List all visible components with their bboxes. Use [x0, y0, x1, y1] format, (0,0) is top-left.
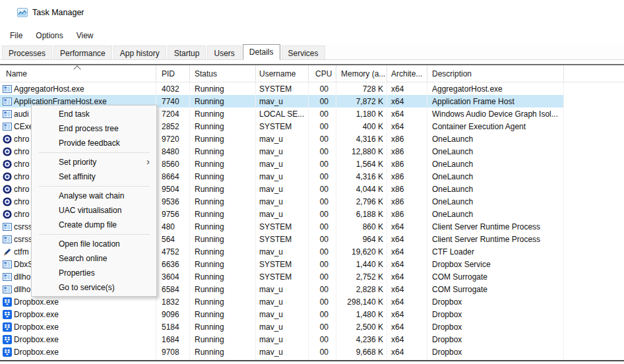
architecture-cell: x64 [387, 245, 427, 258]
process-name: chro [14, 135, 29, 144]
pid-cell: 1684 [156, 333, 190, 346]
status-cell: Running [190, 95, 256, 107]
column-header-memory-a[interactable]: Memory (a... [336, 65, 387, 82]
menubar-item-view[interactable]: View [70, 30, 100, 42]
memory-cell: 6,188 K [336, 208, 387, 220]
pid-cell: 564 [156, 233, 190, 245]
process-row[interactable]: Dropbox.exe9708Runningmav_u009,668 Kx64D… [0, 346, 624, 358]
process-row[interactable]: Dropbox.exe5184Runningmav_u002,500 Kx64D… [0, 320, 624, 333]
memory-cell: 964 K [336, 233, 387, 245]
architecture-cell: x64 [387, 95, 427, 107]
menu-separator [39, 234, 150, 235]
username-cell: mav_u [256, 145, 309, 158]
description-cell: OneLaunch [427, 158, 564, 170]
app-window-icon [3, 97, 12, 106]
column-header-archite[interactable]: Archite... [387, 65, 427, 82]
menu-item-uac-virtualisation[interactable]: UAC virtualisation [32, 203, 156, 218]
tab-startup[interactable]: Startup [168, 46, 206, 59]
menu-item-go-to-service-s[interactable]: Go to service(s) [32, 280, 156, 295]
column-header-blank[interactable] [564, 65, 624, 82]
column-header-cpu[interactable]: CPU [309, 65, 336, 82]
menu-bar: FileOptionsView [3, 30, 100, 42]
username-cell: mav_u [256, 195, 309, 208]
cpu-cell: 00 [309, 170, 336, 183]
description-cell: OneLaunch [427, 195, 564, 208]
memory-cell: 2,828 K [336, 283, 387, 295]
description-cell: Dropbox [427, 333, 564, 346]
description-cell: OneLaunch [427, 183, 564, 195]
blank-cell [564, 145, 624, 158]
description-cell: CTF Loader [427, 245, 564, 258]
menu-item-create-dump-file[interactable]: Create dump file [32, 218, 156, 232]
tab-app-history[interactable]: App history [113, 46, 166, 59]
tab-performance[interactable]: Performance [53, 46, 112, 59]
menubar-item-options[interactable]: Options [29, 30, 69, 42]
tab-users[interactable]: Users [207, 46, 241, 59]
status-cell: Running [190, 270, 256, 283]
menu-item-search-online[interactable]: Search online [32, 251, 156, 266]
pid-cell: 9708 [156, 346, 190, 358]
status-cell: Running [190, 120, 256, 133]
name-cell: Dropbox.exe [0, 333, 156, 346]
column-header-username[interactable]: Username [256, 65, 309, 82]
menu-item-end-task[interactable]: End task [32, 107, 156, 121]
process-row[interactable]: Dropbox.exe1832Runningmav_u00298,140 Kx6… [0, 295, 624, 308]
pid-cell: 1832 [156, 295, 190, 308]
status-cell: Running [190, 283, 256, 295]
window-title: Task Manager [32, 8, 84, 17]
memory-cell: 9,668 K [336, 346, 387, 358]
menubar-item-file[interactable]: File [3, 30, 29, 42]
tab-services[interactable]: Services [282, 46, 325, 59]
blank-cell [564, 245, 624, 258]
username-cell: SYSTEM [256, 82, 309, 95]
pid-cell: 7204 [156, 107, 190, 120]
blank-cell [564, 82, 624, 95]
tab-processes[interactable]: Processes [2, 46, 52, 59]
pen-icon [3, 247, 12, 257]
cpu-cell: 00 [309, 295, 336, 308]
menu-item-set-affinity[interactable]: Set affinity [32, 169, 156, 184]
username-cell: LOCAL SE... [256, 107, 309, 120]
username-cell: SYSTEM [256, 270, 309, 283]
menu-item-end-process-tree[interactable]: End process tree [32, 121, 156, 136]
column-header-pid[interactable]: PID [156, 65, 190, 82]
memory-cell: 19,620 K [336, 245, 387, 258]
username-cell: SYSTEM [256, 233, 309, 245]
menu-item-analyse-wait-chain[interactable]: Analyse wait chain [32, 189, 156, 203]
title-bar: Task Manager [17, 7, 84, 18]
process-row[interactable]: AggregatorHost.exe4032RunningSYSTEM00728… [0, 82, 624, 95]
description-cell: Dropbox [427, 320, 564, 333]
menu-item-provide-feedback[interactable]: Provide feedback [32, 136, 156, 150]
architecture-cell: x64 [387, 308, 427, 320]
submenu-arrow-icon: › [146, 156, 150, 167]
process-row[interactable]: Dropbox.exe9096Runningmav_u001,480 Kx64D… [0, 308, 624, 320]
process-name: csrss [14, 235, 32, 244]
menu-item-open-file-location[interactable]: Open file location [32, 237, 156, 251]
status-cell: Running [190, 158, 256, 170]
blank-cell [564, 333, 624, 346]
process-name: Dropbox.exe [14, 297, 59, 307]
memory-cell: 12,880 K [336, 145, 387, 158]
process-row[interactable]: Dropbox.exe1684Runningmav_u004,236 Kx64D… [0, 333, 624, 346]
memory-cell: 4,236 K [336, 333, 387, 346]
architecture-cell: x64 [387, 346, 427, 358]
menu-item-properties[interactable]: Properties [32, 266, 156, 280]
username-cell: mav_u [256, 320, 309, 333]
status-cell: Running [190, 133, 256, 145]
menu-item-set-priority[interactable]: Set priority› [32, 155, 156, 169]
memory-cell: 2,796 K [336, 195, 387, 208]
name-cell: Dropbox.exe [0, 308, 156, 320]
app-window-icon [3, 109, 12, 119]
pid-cell: 2852 [156, 120, 190, 133]
column-header-status[interactable]: Status [190, 65, 256, 82]
status-cell: Running [190, 145, 256, 158]
process-name: chro [14, 197, 29, 206]
column-header-description[interactable]: Description [427, 65, 564, 82]
app-window-icon [3, 272, 12, 282]
description-cell: Client Server Runtime Process [427, 220, 564, 233]
process-name: chro [14, 147, 29, 156]
architecture-cell: x64 [387, 333, 427, 346]
tab-details[interactable]: Details [243, 44, 280, 60]
app-window-icon [3, 222, 12, 231]
blank-cell [564, 208, 624, 220]
